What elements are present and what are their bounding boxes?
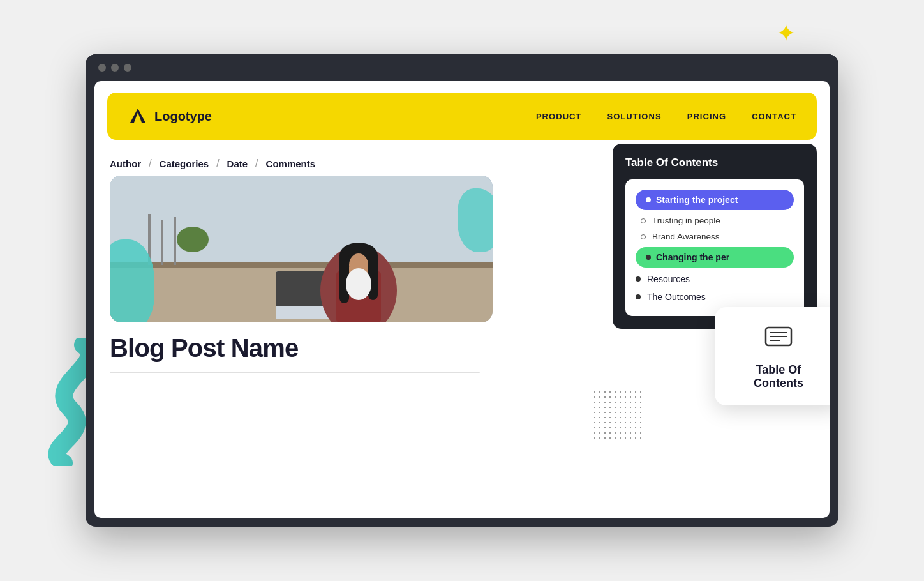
toc-widget-icon	[764, 322, 793, 356]
browser-titlebar	[86, 54, 838, 81]
toc-dot-regular-2	[636, 294, 641, 299]
titlebar-dot-2	[111, 64, 119, 72]
nav-contact[interactable]: CONTACT	[752, 112, 796, 121]
titlebar-dot-3	[124, 64, 131, 72]
toc-widget[interactable]: Table Of Contents	[715, 307, 830, 405]
toc-regular-item-2[interactable]: The Outcomes	[636, 288, 794, 306]
toc-active-label-2: Changing the per	[656, 252, 729, 262]
toc-regular-item-1[interactable]: Resources	[636, 270, 794, 288]
teal-blob-right	[458, 188, 493, 252]
toc-regular-label-1: Resources	[647, 274, 690, 284]
logo-text: Logotype	[154, 109, 212, 124]
toc-dot-active	[646, 197, 651, 202]
toc-widget-label: Table Of Contents	[733, 363, 824, 390]
toc-active-item-2[interactable]: Changing the per	[636, 247, 794, 268]
toc-active-label: Starting the project	[656, 195, 738, 205]
breadcrumb-categories[interactable]: Categories	[160, 158, 209, 169]
blog-image	[110, 176, 493, 322]
toc-sub-item-1[interactable]: Trusting in people	[636, 213, 794, 229]
breadcrumb-comments[interactable]: Comments	[266, 158, 316, 169]
nav-product[interactable]: PRODUCT	[536, 112, 582, 121]
breadcrumb-date[interactable]: Date	[227, 158, 248, 169]
breadcrumb-author[interactable]: Author	[110, 158, 141, 169]
svg-point-8	[177, 227, 209, 252]
blog-scene-svg	[110, 176, 493, 322]
toc-dot-regular-1	[636, 276, 641, 282]
main-area: Blog Post Name Table Of Contents Startin…	[94, 176, 830, 373]
toc-sub-dot-2	[641, 234, 646, 239]
blog-title: Blog Post Name	[110, 334, 814, 363]
toc-main-panel: Table Of Contents Starting the project T…	[613, 144, 817, 329]
nav-links: PRODUCT SOLUTIONS PRICING CONTACT	[536, 112, 796, 121]
blog-photo	[110, 176, 493, 322]
toc-active-item[interactable]: Starting the project	[636, 190, 794, 210]
titlebar-dot-1	[98, 64, 106, 72]
svg-point-18	[346, 268, 371, 300]
nav-pricing[interactable]: PRICING	[687, 112, 726, 121]
logo-icon	[128, 106, 148, 126]
svg-rect-7	[174, 217, 176, 265]
toc-panel: Table Of Contents Starting the project T…	[613, 144, 830, 329]
navbar: Logotype PRODUCT SOLUTIONS PRICING CONTA…	[107, 93, 817, 140]
logo-area: Logotype	[128, 106, 212, 126]
toc-regular-label-2: The Outcomes	[647, 292, 706, 302]
browser-window: Logotype PRODUCT SOLUTIONS PRICING CONTA…	[86, 54, 838, 527]
svg-rect-6	[161, 220, 163, 265]
blog-divider	[110, 372, 480, 373]
star-decoration-1: ✦	[776, 19, 796, 47]
nav-solutions[interactable]: SOLUTIONS	[607, 112, 661, 121]
browser-content: Logotype PRODUCT SOLUTIONS PRICING CONTA…	[94, 81, 830, 518]
toc-dot-active-2	[646, 255, 651, 260]
toc-sub-label-2: Brand Awareness	[652, 232, 720, 241]
breadcrumb-sep-1: /	[149, 158, 151, 169]
toc-sub-item-2[interactable]: Brand Awareness	[636, 229, 794, 245]
svg-rect-4	[110, 262, 493, 268]
toc-sub-dot-1	[641, 218, 646, 223]
breadcrumb-sep-2: /	[216, 158, 219, 169]
toc-panel-title: Table Of Contents	[625, 156, 804, 169]
toc-inner: Starting the project Trusting in people …	[625, 179, 804, 316]
toc-sub-label-1: Trusting in people	[652, 216, 720, 225]
breadcrumb-sep-3: /	[255, 158, 258, 169]
dots-decoration	[592, 389, 643, 441]
